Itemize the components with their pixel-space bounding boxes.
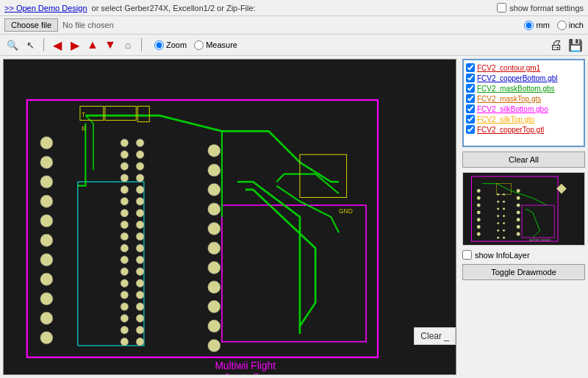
file-list-item[interactable]: FCV2_maskBottom.gbs <box>466 83 581 93</box>
svg-point-13 <box>40 156 53 168</box>
svg-point-32 <box>208 320 220 332</box>
svg-point-98 <box>517 225 520 229</box>
file-checkbox[interactable] <box>466 84 475 93</box>
svg-point-46 <box>121 279 129 288</box>
svg-point-113 <box>503 215 505 217</box>
svg-point-38 <box>121 186 129 194</box>
pan-right-button[interactable]: ▶ <box>67 37 83 53</box>
svg-point-17 <box>40 234 53 246</box>
save-print-area: 🖨 💾 <box>548 37 584 53</box>
svg-point-86 <box>477 189 481 193</box>
toolbar-separator-1 <box>43 38 44 51</box>
zoom-radio[interactable] <box>154 40 164 50</box>
svg-point-50 <box>121 326 129 334</box>
file-list-item[interactable]: FCV2_copperTop.gtl <box>466 124 581 135</box>
file-name-label: FCV2_copperBottom.gbl <box>477 74 558 82</box>
svg-point-23 <box>208 144 220 157</box>
svg-point-31 <box>208 300 220 313</box>
file-name-label: FCV2_copperTop.gtl <box>477 126 544 134</box>
svg-point-51 <box>121 338 129 346</box>
svg-point-63 <box>136 268 144 276</box>
thumbnail-box: gerber-viewer <box>462 172 585 246</box>
file-list-item[interactable]: FCV2_copperBottom.gbl <box>466 73 581 83</box>
mm-radio[interactable] <box>524 21 534 30</box>
file-list-item[interactable]: FCV2_maskTop.gts <box>466 93 581 104</box>
measure-radio[interactable] <box>194 40 204 50</box>
svg-point-90 <box>477 218 481 221</box>
svg-point-108 <box>497 229 499 232</box>
svg-text:R: R <box>82 125 86 132</box>
file-name-label: FCV2_contour.gm1 <box>477 64 540 72</box>
svg-point-96 <box>517 210 520 214</box>
file-checkbox[interactable] <box>466 63 475 72</box>
svg-point-112 <box>503 208 505 210</box>
svg-point-20 <box>40 293 53 305</box>
clear-text-overlay[interactable]: Clear _ <box>414 327 456 345</box>
main-content: T R GND <box>0 56 588 378</box>
file-checkbox[interactable] <box>466 115 475 124</box>
clear-all-button[interactable]: Clear All <box>462 151 585 168</box>
file-checkbox[interactable] <box>466 74 475 82</box>
svg-point-40 <box>121 209 129 217</box>
file-list-item[interactable]: FCV2_contour.gm1 <box>466 63 581 73</box>
svg-point-53 <box>136 151 144 159</box>
file-list-item[interactable]: FCV2_silkBottom.gbo <box>466 104 581 114</box>
svg-point-62 <box>136 256 144 264</box>
file-checkbox[interactable] <box>466 104 475 113</box>
print-icon: 🖨 <box>550 38 563 53</box>
toolbar-separator-2 <box>141 38 142 51</box>
arrow-left-icon: ◀ <box>53 38 62 52</box>
svg-point-34 <box>121 139 129 147</box>
top-bar: >> Open Demo Design or select Gerber274X… <box>0 0 588 16</box>
show-format-label: show format settings <box>509 4 584 13</box>
svg-point-64 <box>136 279 144 288</box>
toolbar-arrow-group: ◀ ▶ ▲ ▼ ⌂ <box>49 37 136 53</box>
show-format-checkbox[interactable] <box>497 3 506 13</box>
format-settings-area: show format settings <box>497 3 584 13</box>
choose-file-button[interactable]: Choose file <box>4 18 58 32</box>
inch-radio[interactable] <box>557 21 567 30</box>
pcb-viewer[interactable]: T R GND <box>3 59 456 375</box>
svg-point-109 <box>497 237 499 239</box>
svg-point-57 <box>136 197 144 205</box>
svg-point-107 <box>497 222 499 224</box>
svg-text:GND: GND <box>339 207 353 215</box>
pan-up-button[interactable]: ▲ <box>85 37 101 53</box>
show-info-area: show InfoLayer <box>462 250 585 260</box>
svg-point-95 <box>517 204 520 207</box>
svg-point-89 <box>477 210 481 214</box>
svg-point-27 <box>208 222 220 235</box>
open-demo-link[interactable]: >> Open Demo Design <box>4 4 87 13</box>
toolbar-nav-group: 🔍 ↖ <box>4 37 38 53</box>
save-button[interactable]: 💾 <box>567 37 584 53</box>
svg-point-47 <box>121 291 129 299</box>
svg-point-41 <box>121 221 129 229</box>
measure-label: Measure <box>206 40 237 49</box>
magnifier-minus-icon: 🔍 <box>7 40 18 51</box>
svg-text:T: T <box>82 111 85 118</box>
svg-point-24 <box>208 164 220 176</box>
show-info-checkbox[interactable] <box>462 250 472 260</box>
svg-point-16 <box>40 215 53 227</box>
file-checkbox[interactable] <box>466 94 475 103</box>
svg-point-49 <box>121 315 129 323</box>
pan-down-button[interactable]: ▼ <box>102 37 118 53</box>
right-panel: FCV2_contour.gm1FCV2_copperBottom.gblFCV… <box>459 56 588 378</box>
svg-point-29 <box>208 261 220 274</box>
file-list-item[interactable]: FCV2_silkTop.gto <box>466 114 581 124</box>
svg-point-59 <box>136 221 144 229</box>
select-button[interactable]: ↖ <box>22 37 38 53</box>
print-button[interactable]: 🖨 <box>548 37 564 53</box>
svg-point-52 <box>136 139 144 147</box>
zoom-out-button[interactable]: 🔍 <box>4 37 21 53</box>
file-checkbox[interactable] <box>466 125 475 134</box>
toggle-drawmode-button[interactable]: Toggle Drawmode <box>462 264 585 280</box>
zoom-measure-area: Zoom Measure <box>154 40 237 50</box>
pan-left-button[interactable]: ◀ <box>49 37 65 53</box>
svg-point-12 <box>40 137 53 149</box>
svg-point-21 <box>40 312 53 324</box>
save-icon: 💾 <box>568 38 583 52</box>
home-button[interactable]: ⌂ <box>120 37 136 53</box>
svg-point-60 <box>136 232 144 240</box>
svg-point-68 <box>136 326 144 334</box>
